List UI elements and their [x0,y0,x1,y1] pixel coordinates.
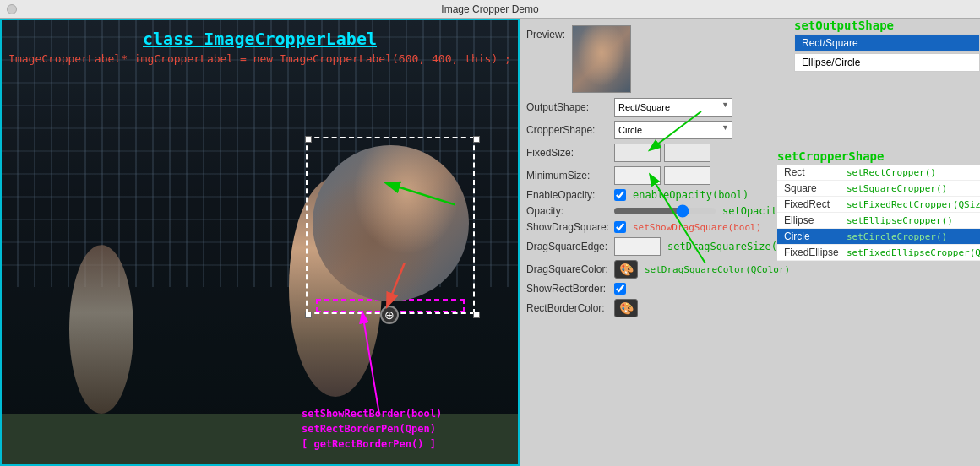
cropper-ellipse-name: Ellipse [784,214,843,226]
handle-bottom-left[interactable] [305,312,312,318]
cropper-square-name: Square [784,182,843,194]
close-button[interactable] [7,4,17,14]
cropper-rect-name: Rect [784,166,843,178]
crop-circle[interactable] [313,145,469,301]
output-shape-select[interactable]: Rect/Square Ellipse/Circle [614,98,732,116]
rect-border-color-label: RectBorderColor: [526,302,611,314]
show-rect-border-checkbox[interactable] [614,283,626,295]
minimum-size-h-input[interactable]: 8 [664,166,710,185]
drag-square-edge-input[interactable]: 6 [614,237,661,256]
cropper-shape-row: CropperShape: Rect Square FixedRect Elli… [526,121,973,139]
color-wheel-icon: 🎨 [619,263,634,276]
cropper-circle-func: setCircleCropper() [847,231,947,242]
cropper-fixed-rect-func: setFixedRectCropper(QSize) [847,199,980,210]
cropper-fixed-ellipse-name: FixedEllipse [784,247,843,258]
cropper-circle[interactable]: Circle setCircleCropper() [777,229,980,245]
show-drag-checkbox[interactable] [614,221,626,233]
output-shape-row: OutputShape: Rect/Square Ellipse/Circle [526,98,973,116]
rect-border-color-button[interactable]: 🎨 [614,299,638,317]
enable-opacity-checkbox[interactable] [614,189,626,201]
show-rect-border-row: ShowRectBorder: [526,283,973,295]
handle-top-right[interactable] [473,136,480,143]
title-bar: Image Cropper Demo [0,0,980,19]
set-cropper-shape-dropdown: setCropperShape Rect setRectCropper() Sq… [777,149,980,261]
enable-opacity-label: EnableOpacity: [526,189,611,201]
preview-image [572,25,631,93]
code-header: class ImageCropperLabel ImageCropperLabe… [2,29,518,65]
cropper-ellipse[interactable]: Ellipse setEllipseCropper() [777,213,980,229]
main-container: class ImageCropperLabel ImageCropperLabe… [0,19,980,466]
fixed-size-w-input[interactable]: 64 [614,144,661,162]
rect-color-wheel-icon: 🎨 [619,301,634,315]
opacity-slider[interactable] [614,208,716,214]
cropper-circle-name: Circle [784,230,843,242]
rect-border-color-row: RectBorderColor: 🎨 [526,299,973,317]
output-shape-label: OutputShape: [526,101,611,113]
output-shape-select-wrapper[interactable]: Rect/Square Ellipse/Circle [614,98,732,116]
cropper-fixed-rect-name: FixedRect [784,198,843,210]
code-constructor-label: ImageCropperLabel* imgCropperLabel = new… [2,52,518,65]
set-output-shape-title: setOutputShape [794,19,980,32]
preview-label: Preview: [526,25,565,41]
cropper-fixed-ellipse[interactable]: FixedEllipse setFixedEllipseCropper(QSiz… [777,245,980,261]
cropper-fixed-rect[interactable]: FixedRect setFixedRectCropper(QSize) [777,197,980,213]
cropper-shape-select-wrapper[interactable]: Rect Square FixedRect Ellipse Circle Fix… [614,121,732,139]
output-shape-ellipse-circle[interactable]: Ellipse/Circle [794,53,980,72]
set-rect-border-pen-ann: setRectBorderPen(Qpen) [302,421,442,436]
window-controls [7,4,17,14]
cropper-shape-select[interactable]: Rect Square FixedRect Ellipse Circle Fix… [614,121,732,139]
set-show-rect-border-ann: setShowRectBorder(bool) [302,406,442,421]
minimum-size-label: MinimumSize: [526,170,611,182]
cropper-rect[interactable]: Rect setRectCropper() [777,165,980,181]
get-rect-border-pen-ann: [ getRectBorderPen() ] [302,436,442,452]
handle-bottom-right[interactable] [473,312,480,318]
magenta-annotation: setShowRectBorder(bool) setRectBorderPen… [302,406,442,452]
cropper-square[interactable]: Square setSquareCropper() [777,181,980,197]
center-drag-handle[interactable] [380,306,399,324]
show-drag-ann: setShowDragSquare(bool) [633,222,761,233]
cropper-ellipse-func: setEllipseCropper() [847,215,953,226]
drag-square-edge-label: DragSquareEdge: [526,241,611,252]
fixed-size-label: FixedSize: [526,147,611,159]
code-class-label: class ImageCropperLabel [2,29,518,49]
drag-square-color-ann: setDragSquareColor(QColor) [645,264,790,275]
set-output-shape-dropdown: setOutputShape Rect/Square Ellipse/Circl… [794,19,980,73]
drag-square-color-button[interactable]: 🎨 [614,260,638,279]
opacity-label: Opacity: [526,205,611,217]
output-shape-rect-square[interactable]: Rect/Square [794,34,980,52]
minimum-size-w-input[interactable]: 8 [614,166,661,185]
drag-square-color-row: DragSquareColor: 🎨 setDragSquareColor(QC… [526,260,973,279]
set-cropper-shape-title: setCropperShape [777,149,980,163]
cropper-shape-label: CropperShape: [526,124,611,136]
fixed-size-h-input[interactable]: 64 [664,144,710,162]
window-title: Image Cropper Demo [441,3,538,15]
show-drag-label: ShowDragSquare: [526,221,611,233]
enable-opacity-ann: enableOpacity(bool) [633,189,749,201]
drag-square-color-label: DragSquareColor: [526,263,611,275]
handle-top-left[interactable] [305,136,312,143]
cropper-rect-func: setRectCropper() [847,167,936,178]
show-rect-border-label: ShowRectBorder: [526,283,611,295]
cropper-square-func: setSquareCropper() [847,183,947,194]
cropper-fixed-ellipse-func: setFixedEllipseCropper(QSize) [847,247,980,258]
left-panel[interactable]: class ImageCropperLabel ImageCropperLabe… [0,19,520,466]
right-panel: Preview: OutputShape: Rect/Square Ellips… [520,19,980,466]
